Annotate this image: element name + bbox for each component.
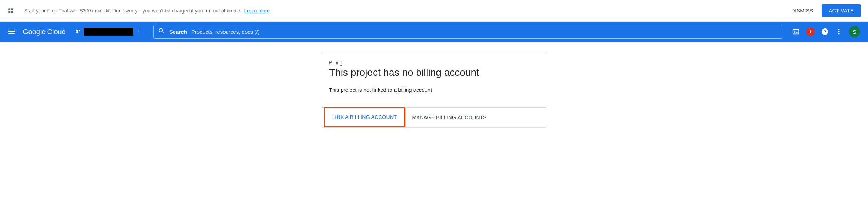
card-body: Billing This project has no billing acco…	[321, 52, 547, 101]
svg-rect-10	[793, 30, 799, 34]
card-description: This project is not linked to a billing …	[329, 87, 539, 93]
project-dots-icon	[75, 28, 81, 35]
svg-point-14	[838, 31, 839, 32]
svg-point-9	[76, 32, 78, 34]
google-cloud-logo[interactable]: Google Cloud	[23, 28, 66, 36]
breadcrumb: Billing	[329, 60, 539, 66]
banner-text: Start your Free Trial with $300 in credi…	[24, 8, 786, 14]
svg-rect-5	[8, 31, 15, 32]
svg-point-13	[838, 29, 839, 30]
search-label: Search	[169, 29, 187, 35]
header-bar: Google Cloud Search Products, resources,…	[0, 22, 868, 42]
gift-icon	[7, 7, 14, 14]
svg-rect-0	[8, 8, 10, 10]
logo-light: Cloud	[47, 28, 66, 36]
dismiss-button[interactable]: DISMISS	[786, 5, 819, 16]
svg-rect-1	[11, 8, 13, 10]
header-actions: 1 ? S	[792, 26, 864, 37]
cloud-shell-icon[interactable]	[792, 28, 800, 36]
chevron-down-icon	[137, 28, 141, 35]
svg-point-8	[79, 30, 80, 32]
user-avatar[interactable]: S	[849, 26, 860, 37]
logo-bold: Google	[23, 28, 46, 36]
project-name-redacted	[84, 28, 133, 36]
svg-rect-4	[8, 30, 15, 30]
svg-rect-6	[8, 33, 15, 34]
notification-badge[interactable]: 1	[806, 27, 815, 36]
card-actions: LINK A BILLING ACCOUNT MANAGE BILLING AC…	[321, 107, 547, 127]
project-selector[interactable]	[73, 26, 143, 37]
link-billing-account-button[interactable]: LINK A BILLING ACCOUNT	[324, 107, 405, 127]
billing-card: Billing This project has no billing acco…	[321, 52, 547, 128]
learn-more-link[interactable]: Learn more	[244, 8, 270, 14]
svg-rect-3	[11, 11, 13, 13]
activate-button[interactable]: ACTIVATE	[822, 4, 861, 17]
hamburger-menu-icon[interactable]	[4, 25, 18, 39]
help-icon[interactable]: ?	[821, 28, 829, 36]
more-vert-icon[interactable]	[835, 28, 842, 35]
search-placeholder: Products, resources, docs (/)	[191, 29, 260, 35]
svg-point-7	[76, 30, 78, 32]
svg-rect-2	[8, 11, 10, 13]
trial-banner: Start your Free Trial with $300 in credi…	[0, 0, 868, 22]
banner-message: Start your Free Trial with $300 in credi…	[24, 8, 244, 14]
card-title: This project has no billing account	[329, 67, 539, 78]
search-bar[interactable]: Search Products, resources, docs (/)	[153, 25, 782, 39]
content-area: Billing This project has no billing acco…	[0, 42, 868, 128]
search-icon	[158, 27, 165, 36]
svg-point-15	[838, 33, 839, 34]
manage-billing-accounts-button[interactable]: MANAGE BILLING ACCOUNTS	[405, 108, 494, 127]
svg-text:?: ?	[824, 29, 826, 35]
